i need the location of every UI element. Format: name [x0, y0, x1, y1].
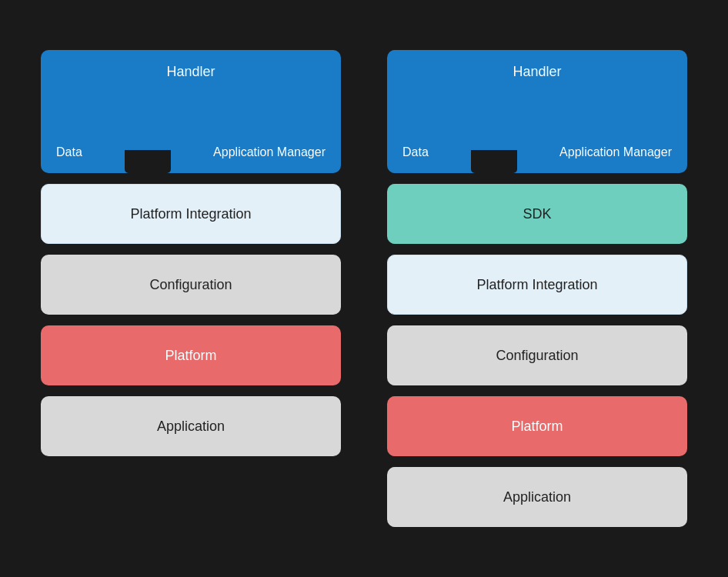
left-configuration-card: Configuration — [41, 255, 341, 315]
right-configuration-card: Configuration — [387, 325, 687, 385]
right-app-manager-label: Application Manager — [559, 145, 672, 173]
right-platform-integration-card: Platform Integration — [387, 255, 687, 315]
right-notch — [471, 150, 517, 173]
left-notch — [125, 150, 171, 173]
main-container: Handler Data Application Manager Platfor… — [25, 35, 703, 542]
right-handler-label: Handler — [402, 64, 672, 80]
right-notch-cutout — [471, 150, 517, 173]
left-data-label: Data — [56, 145, 82, 173]
right-application-card: Application — [387, 467, 687, 527]
right-platform-card: Platform — [387, 396, 687, 456]
right-data-label: Data — [402, 145, 429, 173]
left-handler-label: Handler — [56, 64, 326, 80]
right-column: Handler Data Application Manager SDK Pla… — [387, 50, 687, 527]
right-sdk-card: SDK — [387, 184, 687, 244]
left-notch-cutout — [125, 150, 171, 173]
left-platform-integration-card: Platform Integration — [41, 184, 341, 244]
left-header-card: Handler Data Application Manager — [41, 50, 341, 173]
left-application-card: Application — [41, 396, 341, 456]
left-app-manager-label: Application Manager — [213, 145, 326, 173]
right-header-card: Handler Data Application Manager — [387, 50, 687, 173]
left-platform-card: Platform — [41, 325, 341, 385]
left-column: Handler Data Application Manager Platfor… — [41, 50, 341, 527]
